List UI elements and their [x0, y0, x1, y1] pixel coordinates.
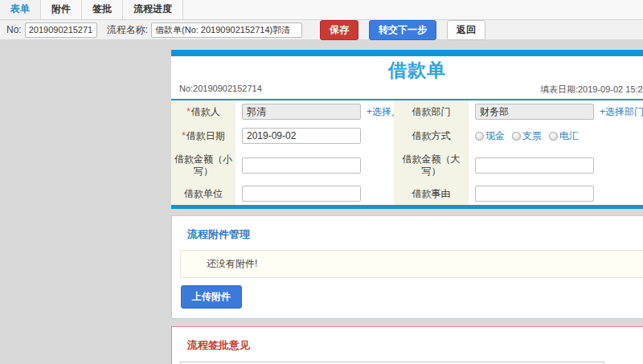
radio-icon[interactable] [549, 132, 558, 141]
approval-heading: 流程签批意见 [187, 338, 643, 353]
content-column: 借款单 No:20190902152714 填表日期:2019-09-02 15… [171, 50, 643, 364]
tab-attachments[interactable]: 附件 [41, 0, 82, 19]
radio-check[interactable]: 支票 [512, 129, 542, 143]
attachment-heading: 流程附件管理 [187, 227, 643, 242]
loan-form-panel: 借款单 No:20190902152714 填表日期:2019-09-02 15… [171, 50, 643, 209]
loan-date-label: *借款日期 [171, 123, 235, 149]
loan-method-label: 借款方式 [394, 123, 469, 149]
loan-method-radios: 现金 支票 电汇 [475, 129, 579, 143]
department-field: +选择部门 [469, 100, 643, 123]
radio-cash[interactable]: 现金 [475, 129, 505, 143]
no-label: No: [6, 24, 22, 35]
required-mark: * [182, 130, 186, 141]
tab-form[interactable]: 表单 [0, 0, 41, 19]
loan-date-input[interactable] [242, 128, 361, 144]
radio-wire[interactable]: 电汇 [549, 129, 579, 143]
approval-panel: 流程签批意见 B I abc [171, 326, 643, 364]
action-toolbar: No: 流程名称: 保存 转交下一步 返回 [0, 20, 643, 40]
amount-upper-label: 借款金额（大写） [394, 149, 469, 182]
doc-meta-row: No:20190902152714 填表日期:2019-09-02 15:27:… [171, 82, 643, 99]
panel-bottom-bar [171, 205, 643, 209]
radio-icon[interactable] [512, 132, 521, 141]
loan-reason-field [469, 182, 643, 205]
amount-lower-input[interactable] [242, 157, 361, 174]
loan-method-field: 现金 支票 电汇 [469, 123, 643, 149]
forward-next-step-button[interactable]: 转交下一步 [369, 20, 436, 40]
amount-upper-input[interactable] [475, 157, 594, 174]
back-button[interactable]: 返回 [447, 20, 485, 40]
no-attachment-message: 还没有附件! [180, 250, 643, 278]
borrower-input[interactable] [242, 104, 361, 120]
doc-number: No:20190902152714 [179, 84, 262, 96]
flow-name-label: 流程名称: [107, 23, 148, 37]
department-input[interactable] [475, 104, 594, 120]
loan-date-field [235, 123, 394, 149]
loan-unit-field [235, 182, 394, 205]
loan-unit-label: 借款单位 [171, 182, 235, 205]
panel-top-bar [171, 50, 643, 56]
tab-bar: 表单 附件 签批 流程进度 [0, 0, 643, 20]
main-area: 借款单 No:20190902152714 填表日期:2019-09-02 15… [0, 40, 643, 364]
tab-approval[interactable]: 签批 [82, 0, 123, 19]
amount-lower-label: 借款金额（小写） [171, 149, 235, 182]
borrower-field: +选择人员 [235, 100, 394, 123]
loan-reason-input[interactable] [475, 186, 594, 202]
no-input[interactable] [25, 22, 97, 38]
attachment-panel: 流程附件管理 还没有附件! 上传附件 [171, 215, 643, 319]
borrower-label: *借款人 [171, 100, 235, 123]
required-mark: * [186, 106, 190, 117]
page-title: 借款单 [171, 56, 643, 82]
upload-attachment-button[interactable]: 上传附件 [181, 285, 242, 309]
department-label: 借款部门 [394, 100, 469, 123]
form-grid: *借款人 +选择人员 借款部门 +选择部门 *借款日期 [171, 100, 643, 205]
amount-lower-field [235, 149, 394, 182]
tab-progress[interactable]: 流程进度 [123, 0, 183, 19]
amount-upper-field [469, 149, 643, 182]
loan-reason-label: 借款事由 [394, 182, 469, 205]
radio-icon[interactable] [475, 132, 484, 141]
save-button[interactable]: 保存 [320, 20, 358, 40]
loan-unit-input[interactable] [242, 186, 361, 202]
fill-date: 填表日期:2019-09-02 15:27:1 [540, 84, 643, 96]
select-department-link[interactable]: +选择部门 [600, 105, 643, 119]
flow-name-input[interactable] [151, 22, 302, 38]
